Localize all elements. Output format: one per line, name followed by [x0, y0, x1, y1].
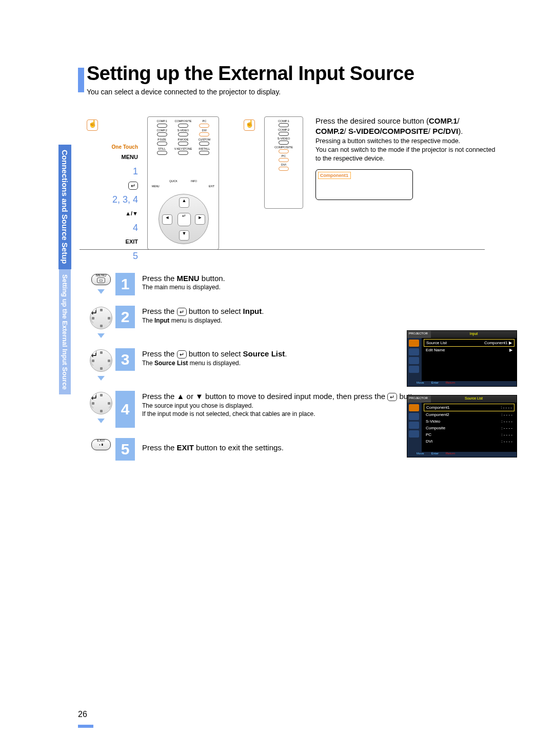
nav-left-icon: ◄ — [162, 214, 172, 225]
td-2b: / — [344, 127, 348, 135]
ms-input-title: Input — [431, 331, 517, 338]
ms-sr3v: : - - - - — [501, 426, 512, 430]
label-exit: EXIT — [107, 236, 138, 247]
ms-projector: PROJECTOR — [407, 331, 431, 338]
ms-f0: Move — [417, 452, 424, 457]
page: Connections and Source Setup Setting up … — [0, 0, 554, 756]
btn-install: INSTALL — [194, 147, 214, 150]
ms-sr0v: : - - - - — [501, 405, 512, 410]
s3sa: The — [142, 360, 154, 367]
nav-pad-icon: ↵ — [90, 307, 112, 329]
td-2a: COMP.2 — [315, 127, 344, 135]
label-n1: 1 — [107, 163, 138, 180]
hand-icon — [244, 120, 255, 131]
ms-sr1v: : - - - - — [501, 412, 512, 417]
s3b: button to select — [187, 349, 243, 358]
title-bar — [78, 68, 84, 92]
ms-sr5k: DVI — [426, 439, 432, 444]
btn-custom: CUSTOM — [194, 138, 214, 141]
ms-sidebar — [407, 403, 422, 452]
nav-up-icon: ▲ — [179, 197, 189, 208]
ms-sr4v: : - - - - — [501, 432, 512, 437]
chevron-down-icon — [97, 289, 105, 294]
nav-down-icon: ▼ — [179, 230, 189, 241]
td-1a: Press the desired source button ( — [315, 116, 429, 125]
label-menu: MENU — [107, 152, 138, 163]
btn-composite: COMPOSITE — [173, 120, 193, 123]
sb-comp1: COMP.1 — [267, 120, 301, 123]
nav-right-icon: ► — [195, 214, 205, 225]
td-1c: / — [458, 116, 460, 125]
s3sc: menu is displayed. — [188, 360, 241, 367]
menu-button-icon: MENU ▭ — [91, 274, 111, 285]
page-subtitle: You can select a device connected to the… — [87, 88, 498, 96]
page-title: Setting up the External Input Source — [87, 63, 498, 85]
side-tab: Connections and Source Setup Setting up … — [57, 138, 72, 400]
btn-dvi: DVI — [194, 129, 214, 132]
ms-sl-title: Source List — [431, 395, 517, 403]
enter-icon: ↵ — [90, 392, 96, 399]
nav-enter-icon: ↵ — [177, 213, 191, 226]
ms-sr4k: PC — [426, 432, 431, 437]
menu-screenshot-input: PROJECTORInput Source ListComponent1 ▶ E… — [407, 330, 517, 387]
s2b: button to select — [187, 307, 243, 315]
step-number: 5 — [115, 438, 135, 461]
hand-icon — [87, 120, 98, 131]
btn-pc: PC — [194, 120, 214, 123]
label-updown: ▲/▼ — [107, 208, 138, 219]
s3d: . — [285, 349, 287, 358]
btn-pmode: P.MODE — [173, 138, 193, 141]
enter-key-icon: ↵ — [177, 308, 187, 316]
side-tab-sub: Setting up the External Input Source — [59, 269, 71, 395]
menu-btn-label: MENU — [92, 273, 110, 277]
sb-composite: COMPOSITE — [267, 146, 301, 149]
enter-icon: ↵ — [90, 307, 96, 313]
btn-svideo: S-VIDEO — [173, 129, 193, 132]
s2sa: The — [142, 317, 154, 324]
sb-svideo: S-VIDEO — [267, 137, 301, 140]
top-description: Press the desired source button (COMP.1/… — [312, 116, 498, 265]
s1a: Press the — [142, 274, 177, 283]
ms-sidebar — [407, 338, 422, 381]
ms-ir0v: Component1 ▶ — [484, 341, 512, 345]
s3a: Press the — [142, 349, 177, 358]
top-row: One Touch MENU 1 ↵ 2, 3, 4 ▲/▼ 4 EXIT 5 … — [87, 116, 498, 265]
btn-comp2: COMP.2 — [152, 129, 172, 132]
arc-info: INFO — [191, 180, 197, 183]
divider — [80, 249, 485, 250]
ms-sr2k: S-Video — [426, 419, 440, 424]
menu-screenshot-sourcelist: PROJECTORSource List Component1: - - - -… — [407, 395, 517, 457]
step-number: 2 — [115, 306, 135, 328]
component1-label: Component1 — [318, 172, 351, 179]
btn-vkeystone: V.KEYSTONE — [173, 147, 193, 150]
td-2d: / — [428, 127, 432, 135]
step-number: 4 — [115, 391, 135, 428]
sb-dvi: DVI — [267, 163, 301, 166]
s3sb: Source List — [154, 360, 188, 367]
s5b: EXIT — [177, 443, 194, 452]
s5a: Press the — [142, 443, 177, 452]
ms-f2: Return — [446, 452, 455, 457]
s2sb: Input — [154, 317, 169, 324]
side-tab-main: Connections and Source Setup — [58, 145, 71, 269]
s3c: Source List — [243, 349, 285, 358]
sb-pc: PC — [267, 154, 301, 157]
step-number: 1 — [115, 273, 135, 295]
exit-btn-label: EXIT — [92, 439, 110, 442]
td-2e: PC/DVI — [432, 127, 458, 135]
s4a: Press the ▲ or ▼ button to move to desir… — [142, 392, 387, 401]
nav-pad: ▲ ▼ ◄ ► ↵ — [159, 194, 209, 244]
remote-small: COMP.1 COMP.2 S-VIDEO COMPOSITE PC DVI — [264, 116, 303, 209]
remote-main: COMP.1 COMPOSITE PC COMP.2 S-VIDEO DVI P… — [147, 116, 219, 250]
enter-key-icon: ↵ — [177, 350, 187, 359]
label-one-touch: One Touch — [107, 142, 138, 152]
enter-key-icon: ↵ — [387, 393, 397, 401]
s2a: Press the — [142, 307, 177, 315]
hand-col-2 — [244, 116, 255, 265]
chevron-down-icon — [97, 333, 105, 338]
s2sc: menu is displayed. — [169, 317, 222, 324]
page-number: 26 — [78, 710, 87, 719]
btn-psize: P.SIZE — [152, 138, 172, 141]
ms-sr1k: Component2 — [426, 412, 449, 417]
s2c: Input — [243, 307, 262, 315]
